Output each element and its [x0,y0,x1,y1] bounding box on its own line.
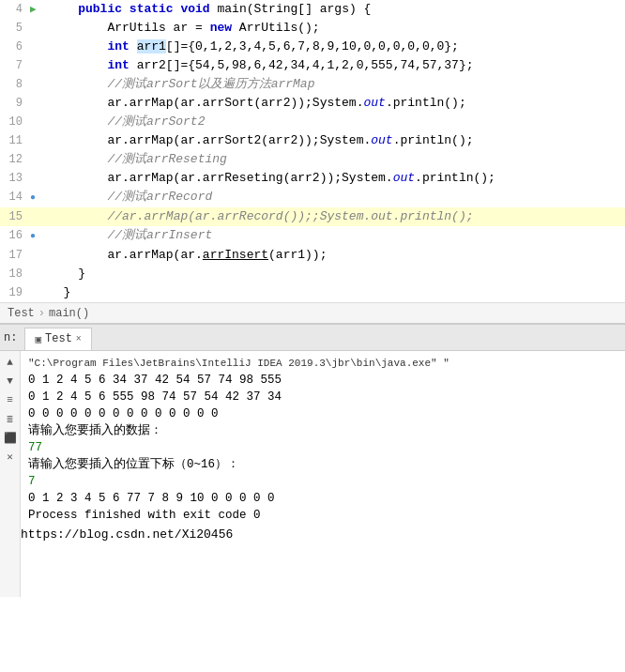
line-gutter [30,265,45,283]
line-number: 10 [0,113,30,131]
line-gutter [30,75,45,94]
bookmark-icon[interactable]: ● [30,231,36,241]
line-number: 15 [0,207,30,226]
console-output-line: 0 1 2 3 4 5 6 77 7 8 9 10 0 0 0 0 0 [28,490,617,507]
breadcrumb-class: Test [8,307,35,320]
code-line: } [45,283,625,302]
line-number: 11 [0,131,30,150]
line-gutter [30,207,45,226]
line-gutter [30,150,45,169]
line-gutter: ● [30,226,45,246]
console-output-line: 7 [28,473,617,490]
code-line: int arr1[]={0,1,2,3,4,5,6,7,8,9,10,0,0,0… [45,38,625,56]
breadcrumb: Test › main() [0,302,625,325]
code-line: ar.arrMap(ar.arrReseting(arr2));System.o… [45,169,625,188]
console-output-line: 0 1 2 4 5 6 555 98 74 57 54 42 37 34 [28,389,617,405]
line-number: 6 [0,38,30,56]
console-sidebar-button[interactable]: ≣ [3,411,18,426]
console-label: n: [4,331,17,344]
code-line: ar.arrMap(ar.arrInsert(arr1)); [45,246,625,265]
line-number: 17 [0,246,30,265]
console-sidebar-button[interactable]: ✕ [3,449,18,464]
breadcrumb-method: main() [49,307,89,320]
console-output-line: 0 0 0 0 0 0 0 0 0 0 0 0 0 0 [28,405,617,422]
line-gutter [30,283,45,302]
line-number: 16 [0,226,30,246]
line-number: 5 [0,19,30,38]
bookmark-icon[interactable]: ● [30,192,36,203]
line-number: 18 [0,265,30,283]
line-gutter [30,169,45,188]
console-output-line: 请输入您要插入的数据： [28,422,617,439]
console-output-line: "C:\Program Files\JetBrains\IntelliJ IDE… [28,355,617,372]
run-arrow-icon[interactable]: ▶ [30,4,37,15]
code-line: } [45,265,625,283]
line-gutter [30,131,45,150]
console-panel: n: ▣ Test × ▲▼≡≣⬛✕ "C:\Program Files\Jet… [0,325,625,597]
console-output-line: 请输入您要插入的位置下标（0~16）： [28,456,617,473]
line-gutter: ▶ [30,0,45,19]
console-sidebar-button[interactable]: ▼ [3,374,18,389]
console-main: ▲▼≡≣⬛✕ "C:\Program Files\JetBrains\Intel… [0,351,625,597]
line-gutter [30,19,45,38]
editor-panel: 4▶ public static void main(String[] args… [0,0,625,325]
watermark: https://blog.csdn.net/Xi20456 [21,527,625,542]
code-line: ar.arrMap(ar.arrSort(arr2));System.out.p… [45,94,625,113]
console-tab-name: Test [45,332,72,345]
line-gutter [30,38,45,56]
line-number: 7 [0,56,30,75]
line-number: 13 [0,169,30,188]
code-editor[interactable]: 4▶ public static void main(String[] args… [0,0,625,302]
code-line: ar.arrMap(ar.arrSort2(arr2));System.out.… [45,131,625,150]
line-gutter [30,246,45,265]
code-line: //测试arrSort以及遍历方法arrMap [45,75,625,94]
console-close-button[interactable]: × [76,334,82,344]
console-output-line: 77 [28,439,617,456]
code-line: //测试arrInsert [45,226,625,246]
console-output[interactable]: "C:\Program Files\JetBrains\IntelliJ IDE… [21,351,625,527]
line-number: 8 [0,75,30,94]
line-number: 9 [0,94,30,113]
code-line: //测试arrRecord [45,188,625,207]
console-wrapper: "C:\Program Files\JetBrains\IntelliJ IDE… [21,351,625,597]
console-sidebar-button[interactable]: ≡ [3,392,18,407]
code-line: ArrUtils ar = new ArrUtils(); [45,19,625,38]
console-output-line: Process finished with exit code 0 [28,507,617,524]
line-number: 4 [0,0,30,19]
line-gutter [30,56,45,75]
code-line: //测试arrSort2 [45,113,625,131]
console-output-line: 0 1 2 4 5 6 34 37 42 54 57 74 98 555 [28,372,617,389]
code-line: //测试arrReseting [45,150,625,169]
console-sidebar: ▲▼≡≣⬛✕ [0,351,21,597]
line-number: 12 [0,150,30,169]
console-sidebar-button[interactable]: ▲ [3,355,18,370]
line-number: 19 [0,283,30,302]
console-sidebar-button[interactable]: ⬛ [3,430,18,445]
console-tab-icon: ▣ [35,333,41,345]
line-gutter [30,94,45,113]
code-line: int arr2[]={54,5,98,6,42,34,4,1,2,0,555,… [45,56,625,75]
code-line: public static void main(String[] args) { [45,0,625,19]
line-gutter [30,113,45,131]
line-number: 14 [0,188,30,207]
console-tab-bar: n: ▣ Test × [0,325,625,351]
console-tab[interactable]: ▣ Test × [24,328,91,350]
line-gutter: ● [30,188,45,207]
code-line: //ar.arrMap(ar.arrRecord());;System.out.… [45,207,625,226]
